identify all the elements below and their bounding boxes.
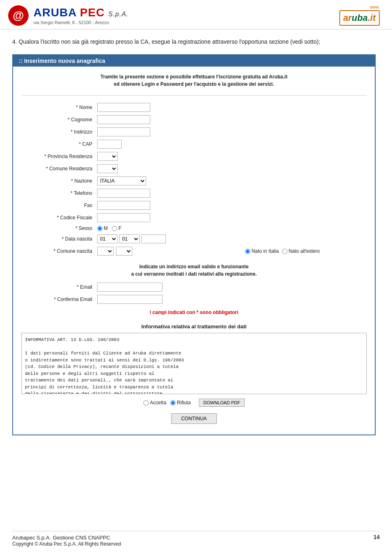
telefono-input[interactable]: [97, 189, 150, 198]
nato-italia-radio[interactable]: [245, 249, 250, 254]
sesso-row: * Sesso M F: [21, 224, 367, 233]
intro-text: Qualora l'iscritto non sia già registrat…: [19, 38, 320, 45]
accetta-label[interactable]: Accetta: [143, 400, 166, 406]
logo-address: via Sergio Ramelli, 8 - 52100 - Arezzo: [33, 20, 129, 25]
cap-field: [95, 138, 194, 150]
sesso-m-label[interactable]: M: [97, 225, 108, 231]
panel-subtitle: Tramite la presente sezione è possibile …: [21, 73, 367, 88]
comune-nascita-field: [95, 245, 194, 257]
cf-field: [95, 212, 194, 224]
form-divider: [21, 95, 367, 96]
nome-field: [95, 101, 194, 114]
nazione-label: * Nazione: [21, 175, 95, 187]
sesso-f-radio[interactable]: [112, 226, 117, 231]
subtitle-line2: ed ottenere Login e Password per l'acqui…: [114, 81, 274, 87]
accetta-radio[interactable]: [143, 400, 149, 406]
nazione-select[interactable]: ITALIA: [97, 176, 146, 185]
nato-italia-text: Nato in Italia: [252, 248, 279, 254]
logo-block: @ ARUBA PEC S.p.A. via Sergio Ramelli, 8…: [8, 5, 129, 26]
data-nascita-controls: 01 01: [97, 234, 191, 243]
privacy-text[interactable]: INFORMATIVA ART. 13 D.LGS. 196/2003 I da…: [21, 333, 367, 394]
cap-label: * CAP: [21, 138, 95, 150]
provincia-field: [95, 150, 194, 163]
fax-label: Fax: [21, 199, 95, 212]
nato-radio-cell: Nato in Italia Nato all'estero: [194, 245, 367, 257]
nato-italia-label[interactable]: Nato in Italia: [245, 248, 279, 254]
cf-row: * Codice Fiscale: [21, 212, 367, 224]
provincia-label: * Provincia Residenza: [21, 150, 95, 163]
email-input[interactable]: [97, 283, 163, 292]
provincia-select[interactable]: [97, 152, 118, 161]
rifiuta-label[interactable]: Rifiuta: [170, 400, 191, 406]
cognome-field: [95, 114, 194, 126]
main-content: 4. Qualora l'iscritto non sia già regist…: [0, 29, 392, 444]
email-row: * Email: [21, 281, 367, 293]
continua-button[interactable]: CONTINUA: [171, 413, 217, 424]
privacy-section: Informativa relativa al trattamento dei …: [21, 323, 367, 407]
logo-text: ARUBA PEC S.p.A. via Sergio Ramelli, 8 -…: [33, 6, 129, 25]
nome-label: * Nome: [21, 101, 95, 114]
registration-panel: :: Inserimento nuova anagrafica Tramite …: [12, 54, 376, 435]
email-section-title: Indicate un indirizzo email valido e fun…: [21, 263, 367, 278]
rifiuta-radio[interactable]: [170, 400, 176, 406]
cognome-label: * Cognome: [21, 114, 95, 126]
email-title-line1: Indicate un indirizzo email valido e fun…: [139, 264, 249, 270]
sesso-radio-group: M F: [97, 225, 191, 231]
data-nascita-label: * Data nascita: [21, 233, 95, 245]
subtitle-line1: Tramite la presente sezione è possibile …: [100, 74, 287, 80]
footer-tagline: Gestione CNS CNAPPC: [53, 535, 110, 541]
comune-nascita-row: * Comune nascita: [21, 245, 367, 257]
cognome-input[interactable]: [97, 115, 150, 124]
sesso-m-radio[interactable]: [97, 226, 102, 231]
comune-nascita-select1[interactable]: [97, 247, 114, 256]
required-note: i campi indicati con * sono obbligatori: [21, 310, 367, 315]
panel-header: :: Inserimento nuova anagrafica: [13, 55, 375, 67]
rifiuta-text: Rifiuta: [177, 400, 191, 406]
indirizzo-input[interactable]: [97, 127, 150, 136]
email-field: [95, 281, 349, 293]
cf-input[interactable]: [97, 213, 150, 222]
aruba-at-icon: @: [8, 5, 29, 26]
panel-body: Tramite la presente sezione è possibile …: [13, 67, 375, 435]
nazione-field: ITALIA: [95, 175, 194, 187]
accetta-text: Accetta: [150, 400, 166, 406]
email-label: * Email: [21, 281, 95, 293]
nato-estero-radio[interactable]: [282, 249, 287, 254]
privacy-radio-group: Accetta Rifiuta: [143, 400, 191, 406]
download-pdf-button[interactable]: DOWNLOAD PDF: [199, 399, 245, 407]
sesso-f-label[interactable]: F: [112, 225, 121, 231]
cf-label: * Codice Fiscale: [21, 212, 95, 224]
year-input[interactable]: [141, 234, 166, 243]
data-nascita-row: * Data nascita 01 01: [21, 233, 367, 245]
intro-paragraph: 4. Qualora l'iscritto non sia già regist…: [12, 38, 376, 46]
fax-input[interactable]: [97, 201, 150, 210]
nome-row: * Nome: [21, 101, 367, 114]
comune-nascita-label: * Comune nascita: [21, 245, 95, 257]
page-footer: Arubapec S.p.A. Gestione CNS CNAPPC Copy…: [12, 531, 380, 547]
continua-row: CONTINUA: [21, 413, 367, 424]
month-select[interactable]: 01: [119, 234, 140, 243]
nato-estero-label[interactable]: Nato all'estero: [282, 248, 320, 254]
fax-row: Fax: [21, 199, 367, 212]
privacy-title: Informativa relativa al trattamento dei …: [21, 323, 367, 330]
footer-company-text: Arubapec S.p.A.: [12, 535, 51, 541]
nome-input[interactable]: [97, 103, 150, 112]
comune-residenza-row: * Comune Residenza: [21, 163, 367, 175]
aruba-text: aruba.it: [343, 13, 376, 23]
comune-nascita-select2[interactable]: [116, 247, 132, 256]
email-title-line2: a cui verranno inoltrati i dati relativi…: [131, 271, 256, 277]
cap-input[interactable]: [97, 140, 122, 149]
footer-page-number: 14: [373, 534, 380, 540]
logo-main-text: ARUBA PEC S.p.A.: [33, 6, 129, 19]
sesso-m-text: M: [104, 225, 108, 231]
conf-email-input[interactable]: [97, 295, 163, 304]
aruba-brand-block: www. aruba.it: [339, 5, 380, 26]
comune-residenza-select[interactable]: [97, 164, 118, 173]
sesso-field: M F: [95, 224, 194, 233]
telefono-row: * Telefono: [21, 187, 367, 199]
day-select[interactable]: 01: [97, 234, 118, 243]
aruba-brand-logo: aruba.it: [339, 10, 380, 26]
intro-number: 4.: [12, 38, 17, 45]
fax-field: [95, 199, 194, 212]
indirizzo-label: * Indirizzo: [21, 126, 95, 138]
